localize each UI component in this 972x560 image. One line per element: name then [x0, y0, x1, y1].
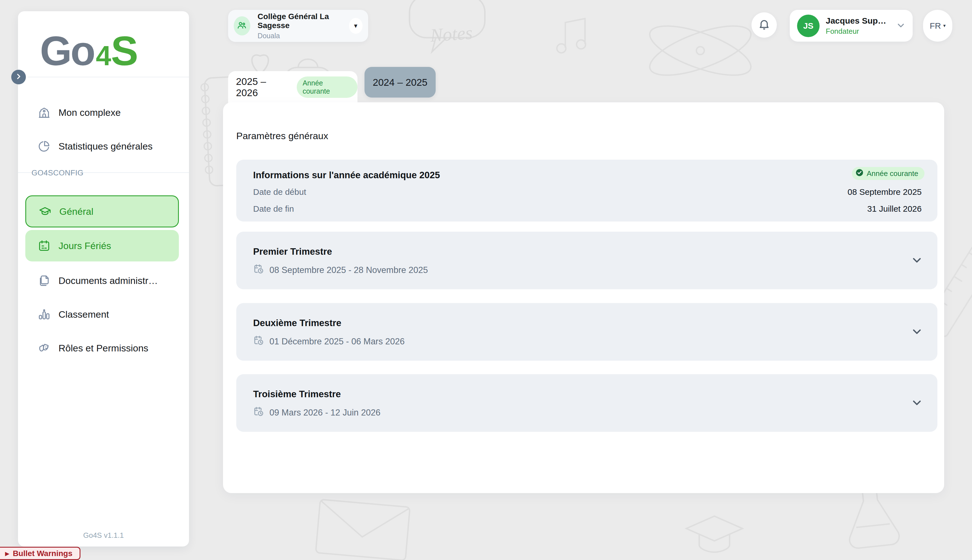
sidebar-item-label: Documents administr… [58, 275, 158, 286]
trimester-title: Deuxième Trimestre [253, 318, 341, 328]
go4s-logo: Go4S [40, 28, 137, 75]
school-building-icon [38, 106, 51, 119]
check-circle-icon [855, 168, 864, 179]
trimester-card-2[interactable]: Deuxième Trimestre 01 Décembre 2025 - 06… [236, 303, 937, 361]
calendar-clock-icon [253, 263, 264, 277]
graduation-cap-doodle [683, 512, 745, 557]
pie-chart-icon [38, 140, 51, 153]
trimester-date-range: 01 Décembre 2025 - 06 Mars 2026 [253, 335, 405, 348]
sidebar-item-label: Classement [58, 309, 109, 320]
trimester-range-text: 08 Septembre 2025 - 28 Novembre 2025 [269, 265, 428, 275]
sidebar-item-mon-complexe[interactable]: Mon complexe [25, 96, 179, 129]
sidebar-item-label: Jours Fériés [58, 240, 111, 251]
sidebar-item-classement[interactable]: Classement [25, 297, 179, 331]
trimester-title: Premier Trimestre [253, 246, 332, 257]
year-info-title: Informations sur l'année académique 2025 [253, 170, 440, 180]
documents-icon [38, 274, 51, 287]
caret-down-icon: ▾ [943, 23, 946, 29]
sidebar-item-roles-permissions[interactable]: Rôles et Permissions [25, 331, 179, 365]
atom-doodle [641, 8, 759, 93]
school-name: Collège Général La Sagesse [258, 12, 349, 30]
sidebar-item-label: Statistiques générales [58, 141, 153, 152]
logo-text-s: S [111, 28, 137, 75]
notes-doodle-2: Notes [427, 20, 501, 50]
sidebar-item-documents[interactable]: Documents administr… [25, 264, 179, 297]
tab-year-2025-2026[interactable]: 2025 – 2026 Année courante [228, 71, 357, 103]
trimester-card-3[interactable]: Troisième Trimestre 09 Mars 2026 - 12 Ju… [236, 374, 937, 432]
calendar-clock-icon [253, 335, 264, 348]
sidebar-section-title: GO4SCONFIG [25, 163, 179, 183]
logo-text-go: Go [40, 28, 94, 75]
warning-label: Bullet Warnings [13, 549, 72, 558]
school-texts: Collège Général La Sagesse Douala [258, 12, 349, 40]
start-date-label: Date de début [253, 187, 306, 197]
trimester-range-text: 09 Mars 2026 - 12 Juin 2026 [269, 408, 381, 418]
expand-chevron-button[interactable] [910, 396, 924, 410]
logo-text-4: 4 [96, 40, 110, 72]
user-role: Fondateur [826, 27, 886, 36]
sidebar-item-label: Général [59, 206, 94, 217]
tab-year-2024-2025[interactable]: 2024 – 2025 [364, 67, 436, 98]
current-year-status-badge: Année courante [852, 167, 924, 180]
language-selector[interactable]: FR ▾ [923, 10, 952, 42]
sidebar-divider [28, 77, 189, 77]
notifications-button[interactable] [752, 12, 777, 38]
chevron-right-icon [15, 73, 22, 81]
sidebar-item-label: Rôles et Permissions [58, 343, 148, 354]
chevron-down-icon [910, 263, 924, 267]
expand-chevron-button[interactable] [910, 253, 924, 268]
trimester-date-range: 08 Septembre 2025 - 28 Novembre 2025 [253, 263, 428, 277]
sidebar-item-statistiques[interactable]: Statistiques générales [25, 129, 179, 163]
tab-label: 2024 – 2025 [372, 77, 428, 88]
svg-text:Notes: Notes [429, 22, 473, 45]
school-city: Douala [258, 32, 349, 40]
user-name: Jacques Sup… [826, 16, 886, 26]
school-avatar [234, 16, 251, 35]
academic-year-info-card: Informations sur l'année académique 2025… [236, 160, 937, 222]
sidebar-collapse-button[interactable] [11, 70, 26, 84]
graduation-cap-icon [38, 205, 52, 218]
tab-label: 2025 – 2026 [236, 76, 290, 98]
trimester-title: Troisième Trimestre [253, 389, 341, 400]
user-avatar: JS [797, 15, 820, 37]
language-code: FR [930, 21, 941, 31]
user-initials: JS [803, 21, 814, 31]
info-row-start-date: Date de début 08 Septembre 2025 [253, 187, 922, 197]
play-triangle-icon: ▶ [5, 550, 9, 557]
podium-icon [38, 308, 51, 321]
envelope-doodle [312, 497, 413, 560]
people-group-icon [236, 20, 247, 32]
music-note-doodle [551, 14, 593, 59]
school-selector[interactable]: Collège Général La Sagesse Douala ▼ [228, 10, 368, 42]
bell-icon [758, 18, 770, 32]
sidebar-item-jours-feries[interactable]: Jours Fériés [25, 230, 179, 262]
start-date-value: 08 Septembre 2025 [847, 187, 922, 197]
current-year-badge: Année courante [297, 77, 357, 98]
user-texts: Jacques Sup… Fondateur [826, 16, 886, 36]
caret-down-icon: ▼ [353, 23, 359, 29]
info-row-end-date: Date de fin 31 Juillet 2026 [253, 204, 922, 214]
main-panel: Paramètres généraux Informations sur l'a… [223, 102, 944, 493]
trimester-date-range: 09 Mars 2026 - 12 Juin 2026 [253, 406, 381, 420]
trimester-card-1[interactable]: Premier Trimestre 08 Septembre 2025 - 28… [236, 232, 937, 289]
app-version: Go4S v1.1.1 [18, 531, 189, 540]
badge-label: Année courante [867, 169, 918, 178]
school-caret-button[interactable]: ▼ [349, 18, 362, 34]
sidebar-item-label: Mon complexe [58, 107, 121, 118]
page-title: Paramètres généraux [236, 130, 328, 142]
bullet-warnings-badge[interactable]: ▶ Bullet Warnings [0, 547, 80, 560]
calendar-icon [38, 239, 51, 252]
chevron-down-icon [910, 405, 924, 410]
chevron-down-icon [910, 334, 924, 339]
user-menu[interactable]: JS Jacques Sup… Fondateur [790, 10, 913, 42]
end-date-label: Date de fin [253, 204, 294, 214]
sidebar: Go4S Mon complexe Statistiques générales… [18, 11, 189, 547]
chevron-down-icon [896, 20, 906, 32]
sidebar-menu: Mon complexe Statistiques générales GO4S… [25, 96, 179, 365]
calendar-clock-icon [253, 406, 264, 420]
end-date-value: 31 Juillet 2026 [867, 204, 922, 214]
expand-chevron-button[interactable] [910, 325, 924, 339]
sidebar-item-general[interactable]: Général [25, 195, 179, 227]
trimester-range-text: 01 Décembre 2025 - 06 Mars 2026 [269, 337, 405, 347]
theater-masks-icon [38, 342, 51, 355]
